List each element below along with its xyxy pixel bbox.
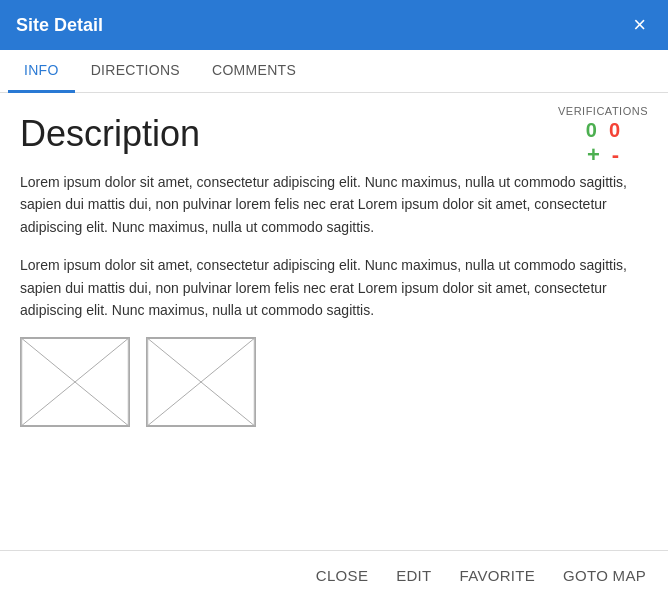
verifications-plus-button[interactable]: + [587,144,600,166]
verifications-section: VERIFICATIONS 0 0 + - [558,105,648,166]
image-placeholder-1[interactable] [20,337,130,427]
description-paragraph-2: Lorem ipsum dolor sit amet, consectetur … [20,254,648,321]
description-title: Description [20,113,648,155]
verifications-positive-count: 0 [586,119,597,142]
tab-comments[interactable]: COMMENTS [196,50,312,93]
modal-body: VERIFICATIONS 0 0 + - Description Lorem … [0,93,668,550]
verifications-label: VERIFICATIONS [558,105,648,117]
image-placeholder-2[interactable] [146,337,256,427]
verifications-buttons: + - [558,144,648,166]
tab-directions[interactable]: DIRECTIONS [75,50,196,93]
verifications-negative-count: 0 [609,119,620,142]
description-paragraph-1: Lorem ipsum dolor sit amet, consectetur … [20,171,648,238]
verifications-counts: 0 0 [558,119,648,142]
modal-close-button[interactable]: × [627,12,652,38]
modal: Site Detail × INFO DIRECTIONS COMMENTS V… [0,0,668,600]
modal-footer: CLOSE EDIT FAVORITE GOTO MAP [0,550,668,600]
goto-map-button[interactable]: GOTO MAP [561,563,648,588]
images-row [20,337,648,427]
modal-title: Site Detail [16,15,103,36]
verifications-minus-button[interactable]: - [612,144,619,166]
tab-bar: INFO DIRECTIONS COMMENTS [0,50,668,93]
close-button[interactable]: CLOSE [314,563,370,588]
edit-button[interactable]: EDIT [394,563,433,588]
tab-info[interactable]: INFO [8,50,75,93]
favorite-button[interactable]: FAVORITE [458,563,537,588]
modal-header: Site Detail × [0,0,668,50]
